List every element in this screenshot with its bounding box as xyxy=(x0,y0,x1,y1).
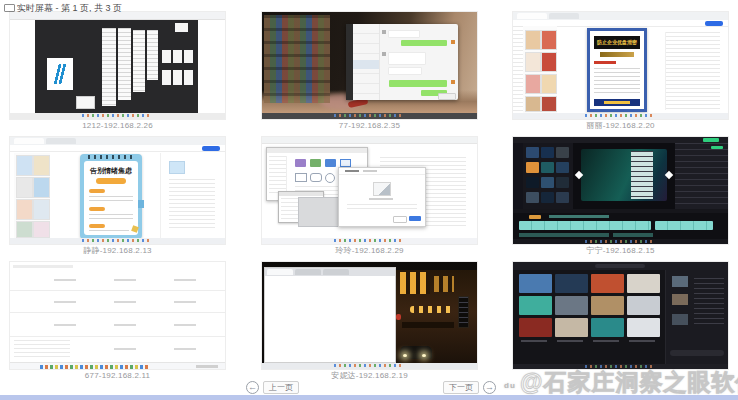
send-button xyxy=(438,93,456,100)
taskbar xyxy=(10,113,225,119)
prev-page-arrow-icon[interactable]: ← xyxy=(246,381,259,394)
avatar xyxy=(451,80,455,84)
input-pill xyxy=(670,350,724,356)
phone-screenshot-overlay xyxy=(631,151,653,199)
taskbar-icons xyxy=(334,364,404,367)
template-thumb xyxy=(16,221,33,238)
live-screens-window: 实时屏幕 - 第 1 页, 共 3 页 1212-192.168.2.26 xyxy=(0,0,738,400)
taskbar-icons xyxy=(82,239,152,242)
template-sidebar xyxy=(14,153,50,238)
side-panel-dark xyxy=(665,270,728,364)
template-thumb xyxy=(16,199,33,220)
template-thumb xyxy=(33,155,50,176)
green-toggle xyxy=(711,146,723,149)
message-bubble-green xyxy=(401,40,447,46)
feed-grid xyxy=(519,274,665,362)
vertical-sign xyxy=(458,296,469,328)
screen-label: 77-192.168.2.35 xyxy=(262,121,477,131)
editor-toolbar xyxy=(10,145,225,152)
feed-card xyxy=(627,318,660,337)
screen-thumbnail-9[interactable] xyxy=(513,262,728,369)
artboard xyxy=(102,28,116,106)
browser-chrome xyxy=(10,137,225,145)
screen-label: 静静-192.168.2.13 xyxy=(10,246,225,256)
section-text xyxy=(89,214,133,222)
section-tag xyxy=(89,207,105,211)
awning xyxy=(402,322,454,328)
search-pill xyxy=(595,264,645,268)
poster-header: 防止企业优盘泄密 xyxy=(594,36,640,49)
cell-text xyxy=(54,324,76,326)
message-bubble-left xyxy=(388,52,426,65)
artboard xyxy=(118,28,131,100)
note-poster: 告别情绪焦虑 xyxy=(80,154,142,239)
poster-gold-strip xyxy=(600,52,634,57)
template-thumb xyxy=(33,221,50,238)
panel-thumb xyxy=(672,276,688,287)
cell-text xyxy=(174,279,196,281)
template-thumb xyxy=(541,52,557,72)
clip-orange xyxy=(529,215,541,219)
color-swatch xyxy=(169,161,185,174)
avatar xyxy=(451,40,455,44)
screen-thumbnail-1[interactable] xyxy=(10,12,225,119)
screen-thumbnail-5[interactable] xyxy=(262,137,477,244)
insert-dialog xyxy=(338,167,426,227)
template-thumb xyxy=(33,177,50,198)
template-thumb xyxy=(33,199,50,220)
wechat-window xyxy=(346,24,458,100)
orange-pill xyxy=(96,178,126,184)
red-lantern xyxy=(396,314,401,320)
media-grid xyxy=(526,147,572,205)
prev-page-button[interactable]: 上一页 xyxy=(263,381,299,394)
card-cluster xyxy=(162,50,195,63)
template-thumb xyxy=(541,96,557,112)
shape-outline xyxy=(295,173,307,182)
browser-tab xyxy=(295,269,321,275)
paw-logo-icon: du xyxy=(502,379,518,392)
publish-button xyxy=(705,21,723,26)
window-chrome xyxy=(265,268,395,276)
cell-text xyxy=(54,279,76,281)
cell-text xyxy=(114,279,136,281)
poster-canvas: 防止企业优盘泄密 xyxy=(587,28,647,112)
watermark: du@石家庄洞察之眼软件 xyxy=(502,367,738,398)
template-thumb xyxy=(16,155,33,176)
cell-text xyxy=(114,301,136,303)
screen-thumbnail-4[interactable]: 告别情绪焦虑 xyxy=(10,137,225,244)
cell-text xyxy=(114,348,136,350)
cell-text xyxy=(54,301,76,303)
message-bubble-left xyxy=(388,67,422,75)
resize-handle xyxy=(138,200,144,208)
divider xyxy=(10,290,225,291)
screen-thumbnail-3[interactable]: 防止企业优盘泄密 xyxy=(513,12,728,119)
cancel-button-mini xyxy=(393,216,407,223)
note-title: 告别情绪焦虑 xyxy=(84,166,138,175)
watermark-text: @石家庄洞察之眼软件 xyxy=(520,369,738,395)
screen-thumbnail-2[interactable] xyxy=(262,12,477,119)
template-thumb xyxy=(541,74,557,94)
confirm-button-mini xyxy=(409,216,421,221)
panel-thumb xyxy=(672,294,688,305)
poster-body-text xyxy=(594,68,640,94)
caption-line xyxy=(369,198,393,200)
feed-card xyxy=(627,296,660,315)
screen-thumbnail-6[interactable] xyxy=(513,137,728,244)
taskbar-icons xyxy=(585,114,655,117)
next-page-button[interactable]: 下一页 xyxy=(443,381,479,394)
avatar xyxy=(382,30,386,34)
wechat-selected-chat xyxy=(353,60,379,69)
shape-outline-round xyxy=(310,173,322,182)
cell-text xyxy=(114,324,136,326)
screen-thumbnail-7[interactable] xyxy=(10,262,225,369)
clip-audio xyxy=(519,233,609,237)
shape-purple xyxy=(295,159,306,167)
screen-label: 677-192.168.2.11 xyxy=(10,371,225,381)
screen-thumbnail-8[interactable] xyxy=(262,262,477,369)
tab-dash xyxy=(363,170,377,172)
feed-card xyxy=(627,274,660,293)
shape-blue xyxy=(325,159,336,167)
clip-track-main xyxy=(519,221,651,230)
next-page-arrow-icon[interactable]: → xyxy=(483,381,496,394)
taskbar-icons xyxy=(334,114,404,117)
